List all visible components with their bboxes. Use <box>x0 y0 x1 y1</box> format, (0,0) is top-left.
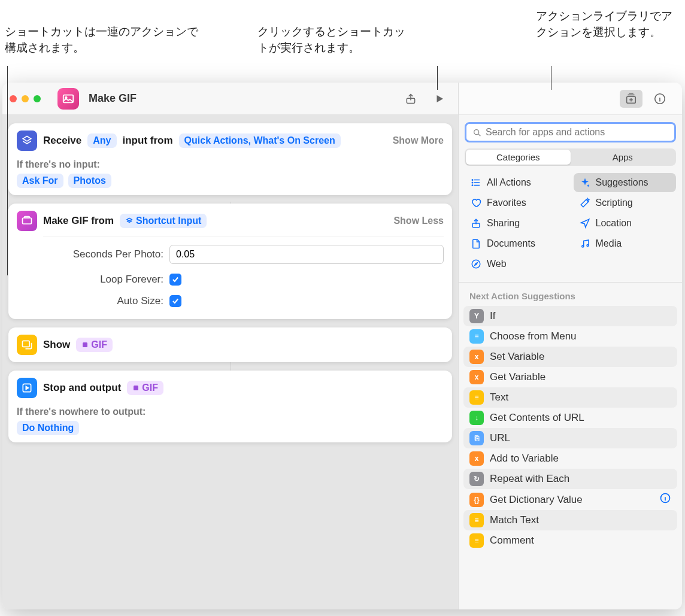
shortcut-input-token[interactable]: Shortcut Input <box>120 214 207 228</box>
suggestion-text[interactable]: ≡Text <box>463 387 677 408</box>
search-input[interactable] <box>465 122 676 142</box>
action-stop-output[interactable]: Stop and output GIF If there's nowhere t… <box>8 371 452 442</box>
category-favorites[interactable]: Favorites <box>465 193 568 213</box>
suggestion-if[interactable]: YIf <box>463 306 677 326</box>
svg-rect-8 <box>134 386 138 390</box>
autosize-checkbox[interactable] <box>169 295 181 307</box>
window-close-button[interactable] <box>10 95 17 102</box>
gif-icon <box>17 211 37 231</box>
shortcut-title: Make GIF <box>89 92 137 105</box>
search-icon <box>472 128 482 138</box>
no-input-label: If there's no input: <box>17 159 444 170</box>
receive-any-token[interactable]: Any <box>87 133 116 148</box>
window-zoom-button[interactable] <box>34 95 41 102</box>
svg-point-11 <box>474 130 479 135</box>
make-gif-label: Make GIF from <box>43 215 114 227</box>
run-button[interactable] <box>428 90 451 108</box>
no-input-token[interactable]: Ask For <box>17 174 63 188</box>
annotation-right: アクションライブラリでアクションを選択します。 <box>536 8 674 40</box>
suggestion-match-text[interactable]: ≡Match Text <box>463 510 677 530</box>
window-minimize-button[interactable] <box>22 95 29 102</box>
library-tabs: Categories Apps <box>465 148 676 166</box>
shortcut-icon <box>57 88 79 110</box>
svg-point-13 <box>472 182 473 183</box>
action-receive-input[interactable]: Receive Any input from Quick Actions, Wh… <box>8 123 452 195</box>
svg-point-14 <box>472 185 473 186</box>
suggestion-choose-from-menu[interactable]: ≡Choose from Menu <box>463 326 677 347</box>
suggestion-comment[interactable]: ≡Comment <box>463 530 677 551</box>
svg-rect-4 <box>25 217 29 219</box>
category-documents[interactable]: Documents <box>465 234 568 253</box>
receive-from-token[interactable]: Quick Actions, What's On Screen <box>179 133 341 148</box>
suggestion-add-to-variable[interactable]: xAdd to Variable <box>463 448 677 469</box>
action-make-gif[interactable]: Make GIF from Shortcut Input Show Less S… <box>8 204 452 319</box>
shortcut-editor-window: Make GIF Receive <box>2 83 682 609</box>
nowhere-token[interactable]: Do Nothing <box>17 421 79 435</box>
category-web[interactable]: Web <box>465 254 568 274</box>
receive-label: Receive <box>43 135 81 147</box>
action-show[interactable]: Show GIF <box>8 327 452 362</box>
svg-rect-5 <box>23 341 30 347</box>
suggestions-header: Next Action Suggestions <box>459 285 682 306</box>
no-input-token[interactable]: Photos <box>68 174 111 188</box>
output-label: Stop and output <box>43 382 121 394</box>
loop-label: Loop Forever: <box>17 274 169 286</box>
category-media[interactable]: Media <box>574 234 677 253</box>
main-toolbar: Make GIF <box>2 83 458 115</box>
svg-point-12 <box>472 180 473 181</box>
annotation-center: クリックするとショートカットが実行されます。 <box>257 24 413 56</box>
show-gif-token[interactable]: GIF <box>76 338 113 352</box>
svg-point-18 <box>472 260 480 268</box>
svg-point-17 <box>587 245 589 247</box>
category-location[interactable]: Location <box>574 214 677 233</box>
annotation-left: ショートカットは一連のアクションで構成されます。 <box>5 24 208 56</box>
library-button[interactable] <box>620 90 642 108</box>
autosize-label: Auto Size: <box>17 295 169 307</box>
suggestion-get-dictionary-value[interactable]: {}Get Dictionary Value <box>463 489 677 510</box>
nowhere-label: If there's nowhere to output: <box>17 406 444 417</box>
output-gif-token[interactable]: GIF <box>127 381 163 395</box>
tab-categories[interactable]: Categories <box>466 150 571 165</box>
suggestion-set-variable[interactable]: xSet Variable <box>463 347 677 367</box>
show-less-toggle[interactable]: Show Less <box>393 216 444 226</box>
svg-rect-3 <box>23 218 32 224</box>
share-button[interactable] <box>399 90 422 108</box>
seconds-input[interactable] <box>169 245 444 264</box>
show-icon <box>17 335 37 355</box>
loop-checkbox[interactable] <box>169 274 181 286</box>
show-more-toggle[interactable]: Show More <box>393 135 444 146</box>
output-icon <box>17 378 37 398</box>
svg-point-16 <box>581 245 583 247</box>
suggestion-repeat-with-each[interactable]: ↻Repeat with Each <box>463 469 677 489</box>
suggestion-get-contents-of-url[interactable]: ↓Get Contents of URL <box>463 408 677 428</box>
suggestion-get-variable[interactable]: xGet Variable <box>463 367 677 387</box>
tab-apps[interactable]: Apps <box>571 150 675 165</box>
category-all-actions[interactable]: All Actions <box>465 173 568 192</box>
category-suggestions[interactable]: Suggestions <box>574 173 677 192</box>
seconds-label: Seconds Per Photo: <box>17 248 169 260</box>
input-icon <box>17 131 37 151</box>
show-label: Show <box>43 339 70 351</box>
category-sharing[interactable]: Sharing <box>465 214 568 233</box>
info-button[interactable] <box>648 90 671 108</box>
category-scripting[interactable]: Scripting <box>574 193 677 213</box>
receive-middle: input from <box>123 135 173 147</box>
suggestion-url[interactable]: ⎘URL <box>463 428 677 448</box>
svg-rect-6 <box>83 342 87 347</box>
